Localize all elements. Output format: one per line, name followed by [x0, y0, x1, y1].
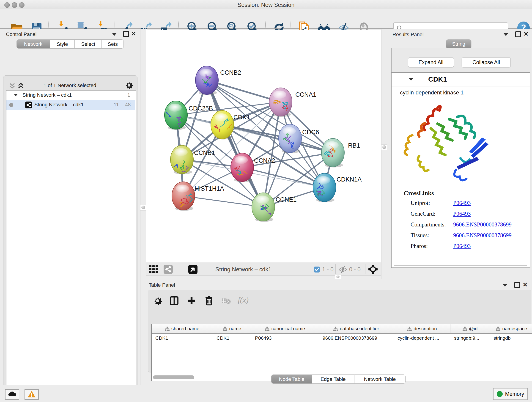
- string-node-details: CDK1 cyclin-dependent kinase 1: [391, 72, 530, 268]
- float-panel-icon[interactable]: [112, 33, 117, 36]
- column-header-shared-name[interactable]: shared name: [152, 324, 213, 333]
- network-edge-count: 48: [125, 102, 131, 108]
- table-cell[interactable]: stringdb:9...: [450, 334, 490, 342]
- crosslink-row: Compartments:9606.ENSP00000378699: [411, 221, 520, 228]
- float-panel-icon[interactable]: [502, 284, 507, 287]
- table-cell[interactable]: 9606.ENSP00000378699: [319, 334, 394, 342]
- network-canvas[interactable]: CCNB2CCNA1CDC25BCDK1CDC6RB1CCNB1CCNA2CDK…: [146, 30, 381, 262]
- network-options-gear-icon[interactable]: [125, 81, 133, 89]
- birds-eye-toggle-icon[interactable]: [368, 265, 378, 274]
- column-type-icon: [462, 327, 467, 331]
- column-header-database-identifier[interactable]: database identifier: [319, 324, 394, 333]
- hidden-node-edge-counts: 0 - 0: [349, 266, 361, 273]
- control-panel: Control Panel ✕ Network Style Select Set…: [0, 29, 140, 385]
- node-entry-header[interactable]: CDK1: [392, 73, 530, 86]
- table-row[interactable]: CDK1CDK1P064939606.ENSP00000378699cyclin…: [152, 334, 532, 342]
- close-panel-icon[interactable]: ✕: [524, 32, 529, 36]
- maximize-panel-icon[interactable]: [515, 32, 521, 37]
- warning-icon: [27, 390, 36, 398]
- maximize-panel-icon[interactable]: [514, 282, 520, 288]
- selected-node-edge-counts: 1 - 0: [322, 266, 334, 273]
- crosslink-link[interactable]: 9606.ENSP00000378699: [453, 232, 512, 239]
- crosslink-link[interactable]: P06493: [453, 211, 471, 217]
- table-cell[interactable]: CDK1: [213, 334, 251, 342]
- left-splitter[interactable]: [140, 29, 146, 385]
- memory-label: Memory: [505, 391, 524, 397]
- table-cell[interactable]: P06493: [251, 334, 319, 342]
- column-header-canonical-name[interactable]: canonical name: [251, 324, 319, 333]
- grid-view-icon[interactable]: [149, 265, 158, 274]
- table-options-gear-icon[interactable]: [153, 296, 162, 305]
- string-actions-box: Expand All Collapse All: [391, 48, 530, 72]
- tab-edge-table[interactable]: Edge Table: [312, 375, 354, 384]
- crosslink-link[interactable]: 9606.ENSP00000378699: [453, 221, 512, 228]
- tab-sets[interactable]: Sets: [102, 39, 124, 49]
- close-panel-icon[interactable]: ✕: [131, 32, 136, 36]
- network-view-title: String Network – cdk1: [215, 266, 272, 273]
- tab-string[interactable]: String: [446, 39, 471, 49]
- warning-status-button[interactable]: [25, 389, 39, 400]
- node-label: HIST1H1A: [195, 185, 224, 192]
- horizontal-scrollbar[interactable]: [153, 375, 194, 379]
- entry-description: cyclin-dependent kinase 1: [400, 89, 464, 96]
- network-current-dot-icon: [9, 103, 13, 107]
- cloud-status-button[interactable]: [5, 389, 19, 400]
- network-selected-summary: 1 of 1 Network selected: [29, 83, 111, 89]
- crosslink-link[interactable]: P06493: [453, 243, 471, 249]
- left-splitter-handle[interactable]: [140, 205, 146, 211]
- crosslink-link[interactable]: P06493: [453, 200, 471, 206]
- tab-node-table[interactable]: Node Table: [271, 375, 312, 384]
- crosslink-label: Compartments:: [411, 221, 453, 228]
- show-columns-icon[interactable]: [169, 296, 179, 306]
- tab-network[interactable]: Network: [17, 39, 50, 49]
- open-in-window-icon[interactable]: [188, 265, 197, 274]
- expand-all-button[interactable]: Expand All: [408, 57, 454, 67]
- network-row-selected[interactable]: String Network – cdk1 11 48: [6, 100, 135, 110]
- table-cell[interactable]: cyclin-dependent ...: [394, 334, 450, 342]
- crosslink-row: Tissues:9606.ENSP00000378699: [411, 232, 520, 239]
- network-type-icon: [25, 102, 32, 108]
- crosslink-row: Pharos:P06493: [411, 243, 520, 249]
- title-bar: Session: New Session: [0, 0, 532, 9]
- window-title: Session: New Session: [0, 2, 532, 8]
- right-splitter[interactable]: [381, 29, 387, 279]
- column-header-at-id[interactable]: @id: [450, 324, 490, 333]
- add-column-icon[interactable]: [187, 296, 196, 305]
- collapse-all-button[interactable]: Collapse All: [462, 57, 511, 67]
- maximize-panel-icon[interactable]: [123, 31, 129, 37]
- selected-checkbox-icon[interactable]: [314, 267, 320, 273]
- control-panel-title: Control Panel: [6, 32, 36, 37]
- crosslink-label: Uniprot:: [411, 200, 453, 206]
- float-panel-icon[interactable]: [503, 33, 508, 36]
- collapse-all-icon[interactable]: [9, 83, 17, 89]
- network-row-name: String Network – cdk1: [34, 102, 84, 108]
- column-header-name[interactable]: name: [213, 324, 251, 333]
- right-splitter-handle[interactable]: [381, 144, 387, 150]
- node-label: CCNB2: [220, 69, 241, 76]
- node-label: CDKN1A: [336, 176, 362, 183]
- network-edge[interactable]: [183, 196, 263, 207]
- table-cell[interactable]: CDK1: [152, 334, 213, 342]
- network-collection-row[interactable]: String Network – cdk1 1: [6, 90, 135, 100]
- tab-style[interactable]: Style: [50, 39, 75, 49]
- expand-all-icon[interactable]: [18, 83, 25, 89]
- column-header-description[interactable]: description: [394, 324, 450, 333]
- memory-button[interactable]: Memory: [493, 388, 528, 400]
- tab-network-table[interactable]: Network Table: [354, 375, 405, 384]
- bottom-splitter-handle[interactable]: [335, 275, 341, 279]
- network-edge[interactable]: [183, 102, 281, 196]
- column-type-icon: [223, 327, 227, 331]
- close-panel-icon[interactable]: ✕: [523, 282, 528, 287]
- column-header-namespace[interactable]: namespace: [490, 324, 532, 333]
- entry-collapse-icon[interactable]: [409, 78, 413, 81]
- table-cell[interactable]: stringdb: [490, 334, 532, 342]
- network-share-icon[interactable]: [164, 265, 173, 274]
- crosslink-row: GeneCard:P06493: [411, 211, 520, 217]
- node-label: CCNB1: [194, 149, 215, 156]
- tab-select[interactable]: Select: [75, 39, 102, 49]
- table-tabs: Node Table Edge Table Network Table: [271, 375, 405, 384]
- delete-column-icon[interactable]: [204, 296, 214, 306]
- crosslink-row: Uniprot:P06493: [411, 200, 520, 206]
- collection-expand-icon[interactable]: [14, 94, 18, 96]
- netbar-separator: [336, 264, 336, 274]
